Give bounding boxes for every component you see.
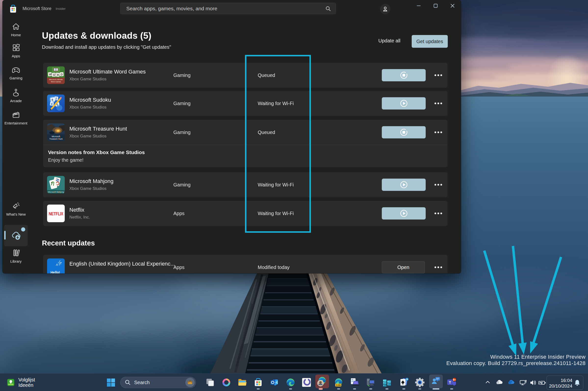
teams-icon: T 9+ [446,377,457,388]
server-app-icon [382,378,392,387]
taskbar-search-label: Search [134,380,185,385]
stop-download-button[interactable] [382,126,426,138]
running-indicator [450,388,453,390]
more-options-button[interactable] [435,267,442,268]
solitaire-button[interactable] [399,377,409,388]
profile-photo [317,380,324,386]
update-all-button[interactable]: Update all [378,38,400,44]
treasure-hunt-app-icon: Microsoft Treasure Hunt [47,123,65,141]
sidebar-item-arcade[interactable]: Arcade [4,88,28,103]
start-button[interactable] [106,378,116,387]
running-indicator [257,388,260,390]
task-view-icon [205,378,215,387]
titlebar[interactable]: Microsoft Store Insider Search apps, gam… [2,0,461,17]
onedrive-personal-tray-icon[interactable] [496,379,503,386]
sidebar-item-entertainment[interactable]: Entertainment [4,110,28,125]
feedback-hub-active-button[interactable] [429,375,443,388]
more-options-button[interactable] [435,213,442,214]
dev-ring-app-icon [301,378,311,387]
edge-canary-icon: CAN [334,378,343,387]
play-icon [399,99,408,108]
clock-tray[interactable]: 16:04 20/10/2024 [547,376,583,390]
remote-pc-app-button[interactable] [365,377,376,388]
outlook-button[interactable] [269,377,280,388]
edge-button[interactable] [285,377,296,388]
update-row-treasure-hunt[interactable]: Microsoft Treasure Hunt Microsoft Treasu… [43,120,447,145]
remote-pc-app-icon [366,378,376,387]
more-options-button[interactable] [435,103,442,104]
volume-tray-icon[interactable] [529,379,537,386]
widgets-button[interactable]: Volglijst Ideeën [7,375,35,390]
apps-icon [11,43,20,52]
running-indicator-active-red [319,388,323,390]
sidebar-item-apps[interactable]: Apps [4,43,28,58]
sidebar-label: Apps [4,54,28,58]
battery-tray-icon[interactable] [538,379,546,386]
selection-accent-bar [4,231,6,240]
more-options-button[interactable] [435,132,442,133]
tray-date: 20/10/2024 [549,384,572,389]
stop-download-button[interactable] [382,69,426,81]
more-options-button[interactable] [435,184,442,186]
battery-charging-icon [538,379,546,386]
recent-row-language-pack[interactable]: 字 A Hello! English (United Kingdom) Loca… [43,255,447,273]
sidebar-item-downloads-selected[interactable] [4,225,28,246]
app-category: Gaming [173,182,190,188]
watermark-line2: Evaluation copy. Build 27729.rs_prerelea… [446,360,586,367]
svg-text:R: R [57,73,59,77]
version-notes-body: Enjoy the game! [48,157,84,163]
close-button[interactable] [447,0,458,11]
taskbar-search[interactable]: Search [120,377,196,388]
update-row-mahjong[interactable]: Microsoft Mahjong Microsoft Mahjong Xbox… [43,172,447,197]
edge-canary-button[interactable]: CAN [333,377,344,388]
running-indicator [337,388,340,390]
copilot-button[interactable] [221,377,232,388]
task-view-button[interactable] [205,377,216,388]
resume-download-button[interactable] [382,179,426,191]
account-button[interactable] [380,4,390,14]
sidebar-item-library[interactable]: Library [4,248,28,263]
store-search-input[interactable]: Search apps, games, movies, and more [120,3,336,14]
app-publisher: Xbox Game Studios [69,105,106,110]
app-title: Microsoft Store [22,6,51,11]
stop-progress-icon [399,128,408,137]
resume-download-button[interactable] [382,207,426,219]
display-tray-icon[interactable] [519,379,527,387]
maximize-button[interactable] [430,0,441,11]
get-updates-button[interactable]: Get updates [412,35,448,48]
store-taskbar-button[interactable] [253,377,264,388]
svg-text:O: O [53,73,55,77]
sidebar-label: Entertainment [4,121,28,125]
settings-gear-icon [415,378,425,387]
app-status: Waiting for Wi-Fi [258,101,294,106]
sidebar-item-home[interactable]: Home [4,22,28,37]
open-button[interactable]: Open [382,261,425,273]
onedrive-work-tray-icon[interactable] [508,379,515,386]
svg-text:Hello!: Hello! [50,271,60,273]
update-row-sudoku[interactable]: 8 2 4 6 Microsoft Sudoku Xbox Game Studi… [43,91,447,116]
file-explorer-button[interactable] [237,377,248,388]
app-status: Queued [258,73,275,78]
more-options-button[interactable] [435,75,442,76]
sidebar-item-gaming[interactable]: Gaming [4,66,28,80]
monitor-plug-icon [519,379,527,387]
dev-ring-app-button[interactable] [301,377,312,388]
update-row-netflix[interactable]: NETFLIX Netflix Netflix, Inc. Apps Waiti… [43,201,447,226]
server-app-button[interactable] [382,377,392,388]
task-checklist-app-button[interactable] [349,377,360,388]
tray-chevron-button[interactable] [484,379,491,385]
version-notes-title: Version notes from Xbox Game Studios [48,149,145,155]
stop-progress-icon [399,71,408,80]
notification-bell-icon[interactable] [574,379,581,387]
sidebar-item-whats-new[interactable]: What's New [4,201,28,216]
settings-button[interactable] [414,377,425,388]
teams-button[interactable]: T 9+ [446,377,457,388]
maximize-icon [434,4,438,8]
edge-profile-window-button[interactable] [315,375,329,388]
sidebar-label: Arcade [4,99,28,103]
minimize-button[interactable] [413,0,424,11]
taskbar-search-icon [125,380,131,385]
minimize-icon [417,4,421,8]
update-row-word-games[interactable]: W O R D Microsoft Ultimate Word Games Mi… [43,63,447,88]
resume-download-button[interactable] [382,97,426,109]
